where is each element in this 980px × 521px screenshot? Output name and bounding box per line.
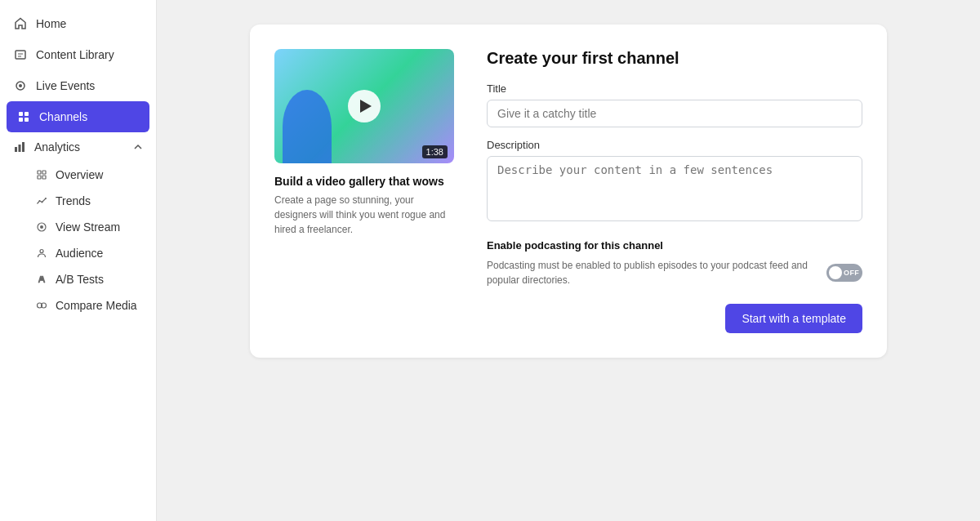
svg-point-19 bbox=[40, 250, 43, 253]
svg-rect-4 bbox=[24, 112, 29, 116]
preview-description: Create a page so stunning, your designer… bbox=[274, 193, 454, 237]
sidebar-item-home[interactable]: Home bbox=[0, 8, 156, 39]
toggle-label: OFF bbox=[844, 269, 859, 277]
content-wrapper: 1:38 Build a video gallery that wows Cre… bbox=[250, 24, 887, 358]
ab-tests-label: A/B Tests bbox=[56, 273, 104, 286]
content-library-icon bbox=[13, 47, 28, 62]
audience-label: Audience bbox=[56, 247, 103, 260]
sidebar-item-live-events[interactable]: Live Events bbox=[0, 70, 156, 101]
chevron-up-icon bbox=[133, 142, 143, 152]
channels-icon bbox=[16, 109, 31, 124]
view-stream-label: View Stream bbox=[56, 220, 120, 234]
svg-rect-5 bbox=[19, 118, 23, 122]
preview-title: Build a video gallery that wows bbox=[274, 175, 454, 188]
trends-icon bbox=[36, 195, 47, 207]
sidebar-item-content-library-label: Content Library bbox=[36, 48, 114, 61]
svg-rect-0 bbox=[16, 51, 25, 59]
sidebar-item-home-label: Home bbox=[36, 17, 66, 30]
audience-icon bbox=[36, 247, 47, 259]
sidebar-item-overview[interactable]: Overview bbox=[0, 162, 156, 188]
overview-label: Overview bbox=[56, 168, 103, 181]
sidebar-item-channels[interactable]: Channels bbox=[7, 101, 149, 132]
description-input[interactable] bbox=[487, 156, 862, 221]
analytics-icon bbox=[13, 140, 26, 154]
form-footer: Start with a template bbox=[487, 304, 862, 333]
sidebar: Home Content Library Live Events bbox=[0, 0, 157, 521]
view-stream-icon bbox=[36, 221, 47, 233]
toggle-knob bbox=[829, 266, 842, 279]
sidebar-item-ab-tests[interactable]: A/B Tests bbox=[0, 266, 156, 292]
svg-point-16 bbox=[45, 198, 47, 199]
podcast-body: Podcasting must be enabled to publish ep… bbox=[487, 258, 862, 287]
svg-rect-12 bbox=[38, 176, 41, 179]
video-thumbnail[interactable]: 1:38 bbox=[274, 49, 454, 163]
sidebar-analytics-section[interactable]: Analytics bbox=[0, 132, 156, 162]
sidebar-item-channels-label: Channels bbox=[39, 110, 87, 123]
compare-media-icon bbox=[36, 300, 47, 311]
sidebar-item-view-stream[interactable]: View Stream bbox=[0, 214, 156, 240]
podcast-toggle[interactable]: OFF bbox=[826, 264, 862, 282]
podcast-section: Enable podcasting for this channel Podca… bbox=[487, 239, 862, 287]
overview-icon bbox=[36, 169, 47, 180]
description-label: Description bbox=[487, 139, 862, 151]
svg-rect-6 bbox=[24, 118, 29, 122]
form-heading: Create your first channel bbox=[487, 49, 862, 68]
form-side: Create your first channel Title Descript… bbox=[487, 49, 862, 333]
sidebar-item-audience[interactable]: Audience bbox=[0, 240, 156, 266]
svg-rect-11 bbox=[42, 171, 46, 174]
svg-point-14 bbox=[39, 200, 41, 202]
svg-rect-8 bbox=[19, 145, 21, 152]
trends-label: Trends bbox=[56, 194, 91, 207]
sidebar-item-live-events-label: Live Events bbox=[36, 79, 95, 92]
sidebar-item-content-library[interactable]: Content Library bbox=[0, 39, 156, 70]
svg-rect-9 bbox=[22, 142, 24, 152]
podcast-description: Podcasting must be enabled to publish ep… bbox=[487, 258, 813, 287]
video-duration: 1:38 bbox=[422, 145, 448, 158]
sidebar-item-trends[interactable]: Trends bbox=[0, 188, 156, 214]
svg-rect-10 bbox=[38, 171, 41, 174]
analytics-label: Analytics bbox=[34, 140, 80, 154]
sidebar-item-compare-media[interactable]: Compare Media bbox=[0, 292, 156, 318]
svg-point-15 bbox=[42, 202, 43, 203]
play-button[interactable] bbox=[348, 90, 381, 122]
main-content: 1:38 Build a video gallery that wows Cre… bbox=[157, 0, 980, 521]
live-events-icon bbox=[13, 78, 28, 93]
play-triangle-icon bbox=[360, 100, 372, 113]
svg-rect-7 bbox=[15, 147, 17, 152]
preview-side: 1:38 Build a video gallery that wows Cre… bbox=[274, 49, 454, 333]
svg-rect-3 bbox=[19, 112, 23, 116]
ab-tests-icon bbox=[36, 274, 47, 285]
home-icon bbox=[13, 16, 28, 31]
svg-rect-13 bbox=[42, 176, 46, 179]
svg-point-18 bbox=[40, 225, 43, 229]
title-input[interactable] bbox=[487, 100, 862, 127]
compare-media-label: Compare Media bbox=[56, 299, 137, 312]
podcast-heading: Enable podcasting for this channel bbox=[487, 239, 862, 252]
start-template-button[interactable]: Start with a template bbox=[725, 304, 862, 333]
title-label: Title bbox=[487, 82, 862, 95]
svg-point-2 bbox=[19, 84, 22, 87]
